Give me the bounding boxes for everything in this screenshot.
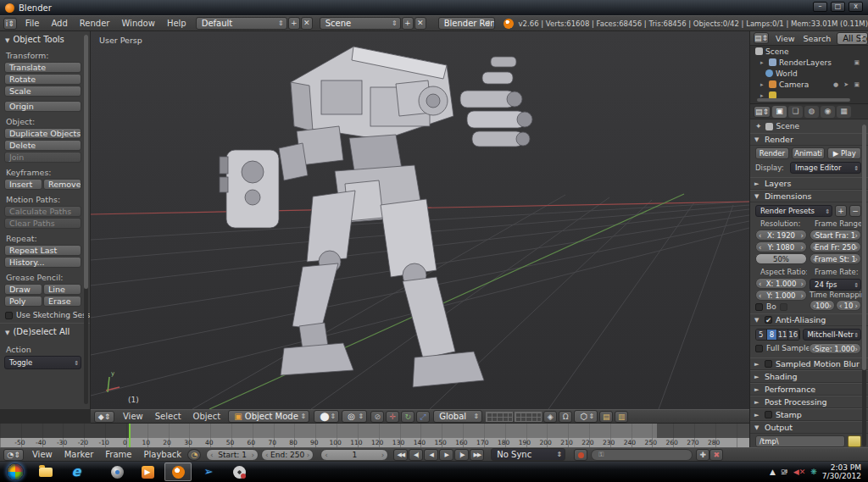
scale-manipulator-icon[interactable]: ⤢	[416, 411, 430, 423]
muted-speaker-icon[interactable]: ◀✕	[793, 468, 805, 476]
layers-grid-2[interactable]	[515, 412, 542, 422]
taskbar-media-player-button[interactable]: ▶	[134, 463, 161, 481]
stamp-section-header[interactable]: ► Stamp	[750, 408, 868, 421]
origin-button[interactable]: Origin	[4, 101, 81, 112]
rotate-manipulator-icon[interactable]: ↻	[401, 411, 415, 423]
network-icon[interactable]: 🖳	[781, 468, 788, 476]
clock[interactable]: 2:03 PM 7/30/2012	[822, 463, 861, 480]
clear-paths-button[interactable]: Clear Paths	[4, 218, 81, 229]
close-button[interactable]: x	[849, 2, 863, 12]
visibility-icons[interactable]: ● ➤ ▣	[833, 81, 861, 88]
scale-button[interactable]: Scale	[4, 86, 81, 97]
tray-app-icon[interactable]: ❋	[810, 468, 817, 476]
manipulator-icon[interactable]: ⊘	[370, 411, 384, 423]
object-tools-panel-header[interactable]: Object Tools	[0, 31, 90, 46]
layers-grid[interactable]	[486, 412, 513, 422]
transform-orientation-select[interactable]: Global	[433, 410, 482, 423]
join-button[interactable]: Join	[4, 152, 81, 163]
remap-new-field[interactable]: 10	[836, 300, 861, 311]
start-button[interactable]	[7, 463, 24, 480]
border-checkbox[interactable]	[755, 303, 763, 311]
minimize-button[interactable]: –	[813, 2, 827, 12]
menu-item[interactable]: Frame	[99, 450, 137, 459]
frame-step-field[interactable]: Frame St: 1	[810, 253, 861, 264]
editor-type-properties-icon[interactable]: ▤⇕	[754, 106, 771, 118]
aa-filter-select[interactable]: Mitchell-Netr	[803, 329, 862, 341]
tab-render-icon[interactable]: ▣	[772, 106, 787, 118]
grease-poly-button[interactable]: Poly	[4, 296, 42, 307]
frame-end-field[interactable]: End Fr: 250	[810, 241, 861, 252]
snap-element-select[interactable]: ⬡	[574, 410, 598, 423]
delete-scene-button[interactable]: ✕	[415, 17, 426, 30]
render-section-header[interactable]: ▼ Render	[750, 133, 868, 146]
editor-type-outliner-icon[interactable]: ▤⇕	[754, 32, 769, 44]
render-button[interactable]: Render	[755, 147, 789, 159]
menu-item[interactable]: Search	[799, 34, 836, 43]
playback-button[interactable]: |▶	[454, 449, 469, 461]
action-select[interactable]: Toggle	[4, 356, 81, 369]
taskbar-ie-button[interactable]: e	[63, 463, 90, 481]
delete-keyframe-icon[interactable]: ✖	[709, 449, 723, 461]
resolution-percentage-slider[interactable]: 50%	[755, 253, 807, 264]
maximize-button[interactable]: □	[831, 2, 845, 12]
menu-item[interactable]: Help	[161, 19, 192, 28]
editor-type-info-icon[interactable]: i⇕	[3, 18, 17, 30]
menu-item[interactable]: View	[26, 450, 58, 459]
taskbar-swoosh-app-button[interactable]: ➢	[195, 463, 222, 481]
menu-item[interactable]: Add	[45, 19, 73, 28]
grease-erase-button[interactable]: Erase	[43, 296, 81, 307]
outliner-row-world[interactable]: World	[750, 68, 868, 79]
pivot-point-select[interactable]: ◎	[342, 410, 367, 423]
menu-item[interactable]: Window	[115, 19, 160, 28]
aa-sample-8[interactable]: 8	[767, 330, 778, 340]
taskbar-disc-app-button[interactable]	[225, 463, 253, 481]
motion-blur-checkbox[interactable]	[765, 360, 772, 368]
antialiasing-checkbox[interactable]	[765, 316, 772, 324]
menu-item[interactable]: Select	[149, 412, 187, 421]
aa-samples-group[interactable]: 581116	[755, 329, 800, 341]
sketching-sessions-checkbox[interactable]	[5, 312, 13, 319]
pin-icon[interactable]: ✦	[755, 122, 762, 130]
post-processing-section-header[interactable]: ► Post Processing	[750, 396, 868, 408]
menu-item[interactable]: Playback	[137, 450, 187, 459]
tab-texture-icon[interactable]: ▦	[837, 106, 851, 118]
current-frame-field[interactable]: 1	[320, 449, 388, 461]
antialiasing-section-header[interactable]: ▼ Anti-Aliasing	[750, 313, 868, 326]
performance-section-header[interactable]: ► Performance	[750, 383, 868, 396]
opengl-render-icon[interactable]: ▤	[599, 411, 613, 423]
add-preset-button[interactable]: +	[835, 205, 847, 217]
menu-item[interactable]: View	[117, 412, 149, 421]
aa-sample-5[interactable]: 5	[756, 330, 767, 340]
taskbar-blender-button[interactable]	[164, 463, 192, 481]
remove-keyframe-button[interactable]: Remove	[43, 179, 81, 190]
restrict-icons[interactable]: ▣	[854, 59, 861, 66]
tab-world-icon[interactable]: ◉	[821, 106, 835, 118]
tool-shelf-scrollbar[interactable]	[84, 35, 88, 404]
opengl-render-anim-icon[interactable]: ▥	[615, 411, 628, 423]
remap-old-field[interactable]: 100	[810, 300, 835, 311]
output-path-field[interactable]: /tmp\	[755, 435, 845, 447]
aa-size-field[interactable]: Size: 1.000	[809, 343, 861, 354]
outliner-scrollbar[interactable]	[757, 98, 850, 102]
menu-item[interactable]: Render	[74, 19, 116, 28]
editor-type-timeline-icon[interactable]: ◔⇕	[3, 449, 24, 461]
aspect-x-field[interactable]: X: 1.000	[755, 278, 807, 289]
resolution-x-field[interactable]: X: 1920	[755, 230, 807, 241]
editor-type-view3d-icon[interactable]: ◆⇕	[94, 411, 114, 423]
use-preview-range-icon[interactable]: ◔	[187, 449, 201, 461]
translate-manipulator-icon[interactable]: ✛	[386, 411, 399, 423]
properties-scrollbar[interactable]	[862, 125, 866, 446]
resolution-y-field[interactable]: Y: 1080	[755, 241, 807, 252]
full-sample-checkbox[interactable]	[755, 345, 763, 352]
insert-keyframe-button[interactable]: Insert	[4, 179, 42, 190]
deselect-panel-header[interactable]: (De)select All	[0, 323, 90, 338]
translate-button[interactable]: Translate	[4, 62, 81, 73]
menu-item[interactable]: View	[771, 34, 799, 43]
playback-button[interactable]: ◀	[424, 449, 438, 461]
aa-sample-16[interactable]: 16	[788, 330, 799, 340]
snap-magnet-icon[interactable]: Ω	[559, 411, 572, 423]
delete-layout-button[interactable]: ✕	[301, 17, 313, 30]
dimensions-section-header[interactable]: ▼ Dimensions	[750, 190, 868, 202]
render-presets-select[interactable]: Render Presets	[755, 205, 832, 217]
show-hidden-icons-button[interactable]: ▲	[770, 468, 776, 476]
